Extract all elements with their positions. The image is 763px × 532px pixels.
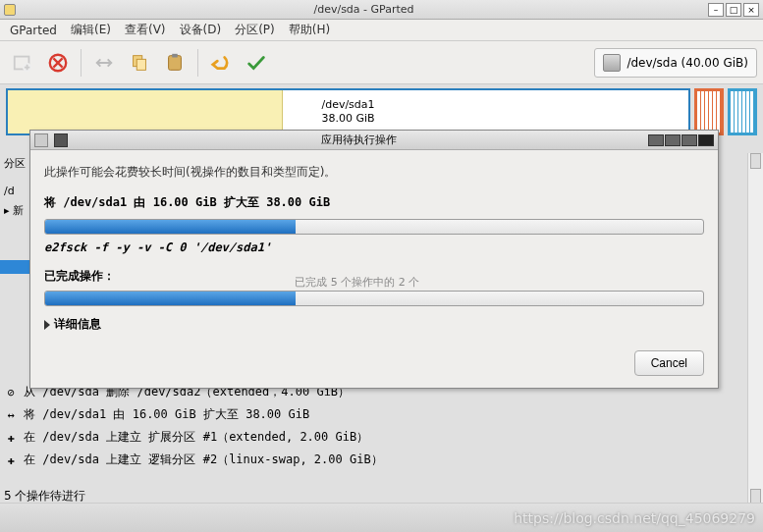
pending-operations: ⊘从 /dev/sda 删除 /dev/sda2（extended，4.00 G… [2,381,761,471]
apply-operations-dialog: 应用待执行操作 此操作可能会花费较长时间(视操作的数目和类型而定)。 将 /de… [29,130,719,389]
dialog-icon [34,133,48,147]
disk-map: /dev/sda1 38.00 GiB [6,88,757,135]
details-expander[interactable]: 详细信息 [44,316,704,333]
op-row[interactable]: ✚在 /dev/sda 上建立 扩展分区 #1（extended, 2.00 G… [2,426,761,449]
titlebar: /dev/sda - GParted – □ × [0,0,763,20]
new-mini-icon: ✚ [4,432,18,444]
partition-used [8,90,283,133]
dialog-window-boxes [648,134,714,146]
partition-label: /dev/sda1 38.00 GiB [321,98,374,127]
window-title: /dev/sda - GParted [20,3,708,16]
dialog-icon2 [54,133,68,147]
new-icon[interactable] [6,46,39,80]
menubar: GParted 编辑(E) 查看(V) 设备(D) 分区(P) 帮助(H) [0,20,763,41]
op-row[interactable]: ✚在 /dev/sda 上建立 逻辑分区 #2（linux-swap, 2.00… [2,449,761,471]
svg-rect-4 [136,59,145,70]
op-row[interactable]: ↔将 /dev/sda1 由 16.00 GiB 扩大至 38.00 GiB [2,403,761,426]
device-select[interactable]: /dev/sda (40.00 GiB) [594,48,757,78]
device-label: /dev/sda (40.00 GiB) [627,56,748,70]
menu-edit[interactable]: 编辑(E) [65,20,117,40]
menu-gparted[interactable]: GParted [4,22,63,39]
resize-mini-icon: ↔ [4,409,18,421]
apply-icon[interactable] [240,46,273,80]
menu-device[interactable]: 设备(D) [174,20,228,40]
current-operation: 将 /dev/sda1 由 16.00 GiB 扩大至 38.00 GiB [44,194,704,211]
delete-mini-icon: ⊘ [4,387,18,399]
dialog-title: 应用待执行操作 [70,133,648,147]
svg-rect-5 [169,55,182,70]
undo-icon[interactable] [204,46,238,80]
maximize-button[interactable]: □ [726,3,741,17]
partition-extended[interactable] [694,88,724,135]
new-mini-icon: ✚ [4,454,18,466]
toolbar-sep [81,49,82,77]
copy-icon[interactable] [123,46,156,80]
app-icon [4,4,16,16]
partition-swap[interactable] [728,88,757,135]
dialog-warning: 此操作可能会花费较长时间(视操作的数目和类型而定)。 [44,164,704,181]
paste-icon[interactable] [158,46,191,80]
minimize-button[interactable]: – [708,3,724,17]
resize-icon[interactable] [87,46,121,80]
menu-view[interactable]: 查看(V) [119,20,172,40]
toolbar-sep2 [197,49,198,77]
partition-sda1[interactable]: /dev/sda1 38.00 GiB [6,88,690,135]
operation-progress [44,219,704,235]
overall-progress-label: 已完成 5 个操作中的 2 个 [295,275,419,290]
close-button[interactable]: × [743,3,759,17]
overall-progress [44,291,704,306]
cancel-button[interactable]: Cancel [634,350,704,376]
chevron-right-icon [44,320,50,330]
toolbar: /dev/sda (40.00 GiB) [0,41,763,84]
command-text: e2fsck -f -y -v -C 0 '/dev/sda1' [44,240,704,254]
window-buttons: – □ × [708,3,759,17]
bottom-panel [0,503,763,532]
svg-rect-6 [172,53,178,57]
delete-icon[interactable] [41,46,75,80]
dialog-titlebar[interactable]: 应用待执行操作 [30,131,718,150]
menu-partition[interactable]: 分区(P) [229,20,281,40]
disk-icon [603,54,621,72]
menu-help[interactable]: 帮助(H) [283,20,336,40]
